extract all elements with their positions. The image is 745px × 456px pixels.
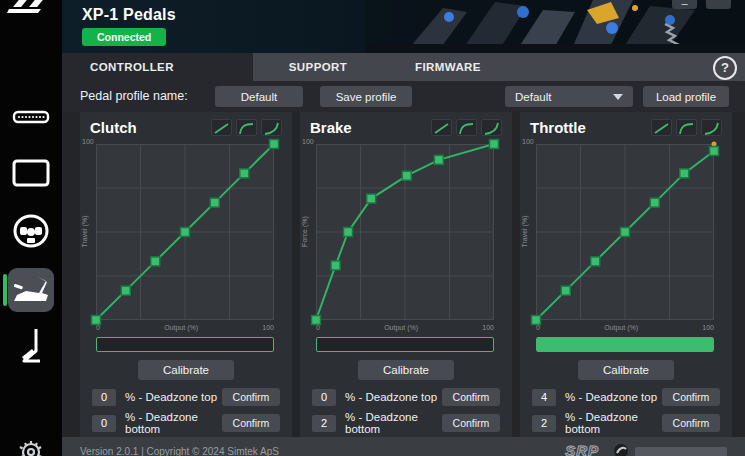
concave-curve-icon	[238, 122, 255, 135]
deadzone-top-value[interactable]: 4	[532, 389, 556, 406]
x-axis-max-tick: 100	[262, 324, 274, 331]
deadzone-top-confirm-button[interactable]: Confirm	[662, 388, 720, 406]
x-axis-label: Output (%)	[164, 324, 198, 331]
panel-clutch: Clutch 100 Travel (%)	[80, 112, 292, 437]
deadzone-bottom-value[interactable]: 0	[92, 415, 116, 432]
tab-firmware[interactable]: FIRMWARE	[383, 53, 513, 81]
minimize-button[interactable]: –	[672, 0, 697, 9]
chevron-down-icon	[613, 94, 623, 100]
deadzone-bottom-value[interactable]: 2	[532, 415, 556, 432]
curve-preset-concave-button[interactable]	[676, 119, 697, 136]
brand-logo-icon	[7, 0, 55, 25]
tab-support[interactable]: SUPPORT	[253, 53, 383, 81]
main-area: XP-1 Pedals Connected – CONTROLLER SUPPO…	[62, 0, 745, 456]
tab-controller[interactable]: CONTROLLER	[62, 53, 253, 81]
deadzone-bottom-confirm-button[interactable]: Confirm	[222, 414, 280, 432]
x-axis-max-tick: 100	[482, 324, 494, 331]
input-level-fill	[537, 338, 713, 351]
sidebar-item-steering-wheel[interactable]	[0, 212, 62, 250]
curve-preset-linear-button[interactable]	[211, 119, 232, 136]
deadzone-top-value[interactable]: 0	[312, 389, 336, 406]
linear-curve-icon	[433, 122, 450, 135]
curve-preset-linear-button[interactable]	[651, 119, 672, 136]
sidebar-item-sim-rig[interactable]	[0, 272, 62, 308]
footer-logos: SRP	[565, 442, 733, 456]
brake-curve-chart[interactable]	[316, 144, 494, 320]
panel-title: Clutch	[90, 119, 137, 136]
y-axis-label: Travel (%)	[521, 202, 528, 262]
deadzone-bottom-label: % - Deadzone bottom	[345, 411, 442, 435]
deadzone-top-confirm-button[interactable]: Confirm	[222, 388, 280, 406]
sidebar-item-monitor[interactable]	[0, 158, 62, 188]
calibrate-button[interactable]: Calibrate	[358, 360, 454, 380]
gear-icon	[16, 436, 46, 456]
tab-bar: CONTROLLER SUPPORT FIRMWARE ?	[62, 53, 745, 81]
x-axis-label: Output (%)	[384, 324, 418, 331]
curve-preset-linear-button[interactable]	[431, 119, 452, 136]
deadzone-top-label: % - Deadzone top	[345, 391, 442, 403]
load-profile-button[interactable]: Load profile	[643, 86, 729, 107]
sim-rig-icon	[12, 275, 50, 305]
help-icon[interactable]: ?	[713, 56, 737, 80]
app-window: XP-1 Pedals Connected – CONTROLLER SUPPO…	[0, 0, 745, 456]
convex-curve-icon	[703, 122, 720, 135]
curve-preset-concave-button[interactable]	[236, 119, 257, 136]
y-axis-max-tick: 100	[302, 138, 314, 145]
linear-curve-icon	[653, 122, 670, 135]
calibrate-button[interactable]: Calibrate	[138, 360, 234, 380]
x-axis-min-tick: 0	[316, 324, 320, 331]
deadzone-top-value[interactable]: 0	[92, 389, 116, 406]
deadzone-top-label: % - Deadzone top	[565, 391, 662, 403]
curve-preset-convex-button[interactable]	[701, 119, 722, 136]
curve-preset-concave-button[interactable]	[456, 119, 477, 136]
steering-wheel-icon	[11, 214, 51, 248]
sidebar-item-pedal[interactable]	[0, 326, 62, 368]
pedal-icon	[16, 327, 46, 367]
pedal-baseplate-icon	[12, 109, 50, 125]
y-axis-label: Travel (%)	[81, 202, 88, 262]
deadzone-bottom-label: % - Deadzone bottom	[125, 411, 222, 435]
convex-curve-icon	[483, 122, 500, 135]
profile-select-value: Default	[515, 91, 551, 103]
panel-title: Throttle	[530, 119, 586, 136]
profile-bar: Pedal profile name: Default Save profile…	[62, 81, 745, 112]
input-level-bar	[536, 337, 714, 352]
clutch-curve-chart[interactable]	[96, 144, 274, 320]
deadzone-bottom-confirm-button[interactable]: Confirm	[442, 414, 500, 432]
chart-zone: 100 Travel (%) 0 Output (%) 100	[520, 136, 732, 346]
x-axis-min-tick: 0	[536, 324, 540, 331]
save-profile-button[interactable]: Save profile	[320, 86, 412, 107]
deadzone-top-confirm-button[interactable]: Confirm	[442, 388, 500, 406]
page-title: XP-1 Pedals	[82, 6, 176, 24]
deadzone-bottom-label: % - Deadzone bottom	[565, 411, 662, 435]
brand-logo	[0, 0, 62, 28]
panel-title: Brake	[310, 119, 352, 136]
concave-curve-icon	[458, 122, 475, 135]
panel-throttle: Throttle 100 Travel (%)	[520, 112, 732, 437]
footer: Version 2.0.1 | Copyright © 2024 Simtek …	[62, 437, 745, 456]
partner-brand-logo	[613, 443, 733, 456]
chart-zone: 100 Force (%) 0 Output (%) 100	[300, 136, 512, 346]
concave-curve-icon	[678, 122, 695, 135]
srp-logo: SRP	[565, 442, 599, 456]
deadzone-bottom-confirm-button[interactable]: Confirm	[662, 414, 720, 432]
x-axis-max-tick: 100	[702, 324, 714, 331]
input-level-bar	[316, 337, 494, 352]
calibrate-button[interactable]: Calibrate	[578, 360, 674, 380]
sidebar-item-baseplate[interactable]	[0, 104, 62, 130]
profile-select-dropdown[interactable]: Default	[505, 86, 633, 107]
pedal-panels: Clutch 100 Travel (%)	[80, 112, 732, 437]
convex-curve-icon	[263, 122, 280, 135]
profile-name-field[interactable]: Default	[215, 86, 303, 107]
deadzone-bottom-value[interactable]: 2	[312, 415, 336, 432]
close-button[interactable]	[706, 0, 731, 9]
curve-preset-convex-button[interactable]	[481, 119, 502, 136]
sidebar	[0, 0, 62, 456]
x-axis-min-tick: 0	[96, 324, 100, 331]
curve-preset-convex-button[interactable]	[261, 119, 282, 136]
sidebar-item-settings[interactable]	[0, 436, 62, 456]
throttle-curve-chart[interactable]	[536, 144, 714, 320]
profile-name-label: Pedal profile name:	[80, 89, 188, 103]
monitor-icon	[12, 159, 50, 187]
y-axis-label: Force (%)	[301, 202, 308, 262]
